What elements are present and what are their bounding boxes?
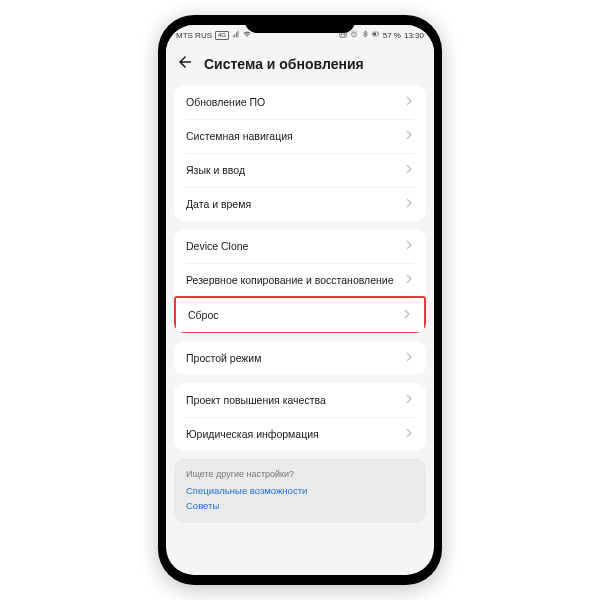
tips-box: Ищете другие настройки? Специальные возм…: [174, 459, 426, 523]
clock-time: 13:30: [404, 31, 424, 40]
battery-percent: 57 %: [383, 31, 401, 40]
row-label: Резервное копирование и восстановление: [186, 274, 394, 286]
chevron-right-icon: [404, 240, 414, 252]
alarm-icon: [350, 30, 358, 40]
row-label: Простой режим: [186, 352, 261, 364]
row-reset[interactable]: Сброс: [174, 296, 426, 333]
tips-link-accessibility[interactable]: Специальные возможности: [186, 485, 414, 496]
svg-rect-4: [373, 33, 376, 36]
row-label: Юридическая информация: [186, 428, 319, 440]
battery-icon: [372, 30, 380, 40]
chevron-right-icon: [404, 96, 414, 108]
row-language-input[interactable]: Язык и ввод: [174, 153, 426, 187]
chevron-right-icon: [404, 164, 414, 176]
row-date-time[interactable]: Дата и время: [174, 187, 426, 221]
tips-link-tips[interactable]: Советы: [186, 500, 414, 511]
row-device-clone[interactable]: Device Clone: [174, 229, 426, 263]
bluetooth-icon: [361, 30, 369, 40]
chevron-right-icon: [404, 428, 414, 440]
settings-list[interactable]: Обновление ПО Системная навигация Язык и…: [166, 85, 434, 575]
back-button[interactable]: [176, 53, 194, 75]
row-label: Сброс: [188, 309, 219, 321]
header: Система и обновления: [166, 45, 434, 85]
settings-group: Device Clone Резервное копирование и вос…: [174, 229, 426, 333]
network-badge: 4G: [215, 31, 229, 40]
row-label: Дата и время: [186, 198, 251, 210]
chevron-right-icon: [404, 198, 414, 210]
row-system-navigation[interactable]: Системная навигация: [174, 119, 426, 153]
status-bar: MTS RUS 4G 57 % 13:30: [166, 25, 434, 45]
carrier-label: MTS RUS: [176, 31, 212, 40]
wifi-icon: [243, 30, 251, 40]
phone-frame: MTS RUS 4G 57 % 13:30 Система и обновлен…: [158, 15, 442, 585]
row-quality-project[interactable]: Проект повышения качества: [174, 383, 426, 417]
row-label: Device Clone: [186, 240, 248, 252]
chevron-right-icon: [404, 352, 414, 364]
nfc-icon: [339, 30, 347, 40]
row-label: Язык и ввод: [186, 164, 245, 176]
tips-title: Ищете другие настройки?: [186, 469, 414, 479]
settings-group: Простой режим: [174, 341, 426, 375]
chevron-right-icon: [402, 309, 412, 321]
row-software-update[interactable]: Обновление ПО: [174, 85, 426, 119]
settings-group: Проект повышения качества Юридическая ин…: [174, 383, 426, 451]
settings-group: Обновление ПО Системная навигация Язык и…: [174, 85, 426, 221]
chevron-right-icon: [404, 394, 414, 406]
row-label: Обновление ПО: [186, 96, 265, 108]
screen: MTS RUS 4G 57 % 13:30 Система и обновлен…: [166, 25, 434, 575]
row-label: Системная навигация: [186, 130, 293, 142]
row-backup-restore[interactable]: Резервное копирование и восстановление: [174, 263, 426, 297]
chevron-right-icon: [404, 130, 414, 142]
signal-icon: [232, 30, 240, 40]
svg-rect-3: [378, 33, 379, 34]
row-label: Проект повышения качества: [186, 394, 326, 406]
row-simple-mode[interactable]: Простой режим: [174, 341, 426, 375]
page-title: Система и обновления: [204, 56, 364, 72]
row-legal-info[interactable]: Юридическая информация: [174, 417, 426, 451]
chevron-right-icon: [404, 274, 414, 286]
